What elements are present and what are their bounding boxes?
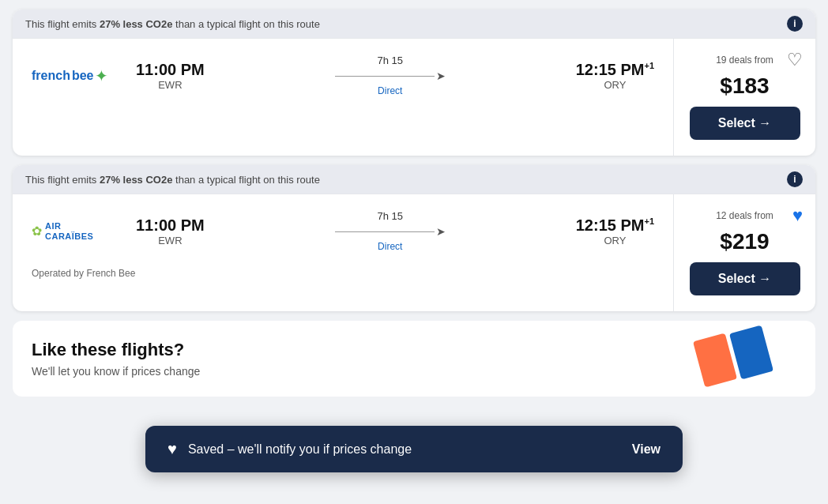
info-icon-2[interactable]: i	[787, 171, 803, 187]
eco-text-1: This flight emits 27% less CO2e than a t…	[25, 18, 320, 30]
leaf-icon: ✿	[32, 224, 42, 239]
price-2: $219	[720, 229, 769, 254]
route-middle-2: 7h 15 ➤ Direct	[217, 210, 563, 252]
flight-card-body-2: ✿ AIR CARAÏBES 11:00 PM EWR	[13, 194, 815, 311]
aircaraibes-logo: ✿ AIR CARAÏBES	[32, 221, 111, 240]
third-section-subtitle: We'll let you know if prices change	[32, 365, 796, 378]
departure-block-1: 11:00 PM EWR	[136, 61, 205, 91]
toast-notification: ♥ Saved – we'll notify you if prices cha…	[145, 426, 683, 472]
flight-card-1: This flight emits 27% less CO2e than a t…	[13, 9, 815, 156]
arrival-time-2: 12:15 PM+1	[576, 216, 654, 235]
price-section-1: ♡ 19 deals from $183 Select →	[673, 39, 815, 156]
operated-by-2: Operated by French Bee	[13, 268, 673, 288]
eco-banner-1: This flight emits 27% less CO2e than a t…	[13, 9, 815, 38]
arrival-block-2: 12:15 PM+1 ORY	[576, 216, 654, 246]
duration-1: 7h 15	[377, 55, 403, 66]
price-section-2: ♥ 12 deals from $219 Select →	[673, 194, 815, 311]
arrow-icon-2: ➤	[436, 225, 446, 238]
save-button-2[interactable]: ♥	[792, 207, 803, 224]
arrival-block-1: 12:15 PM+1 ORY	[576, 61, 654, 91]
departure-time-1: 11:00 PM	[136, 61, 205, 79]
stops-2: Direct	[378, 241, 402, 252]
flight-times-1: 11:00 PM EWR 7h 15 ➤ Direct	[136, 55, 654, 96]
illustration	[698, 329, 768, 384]
airline-logo-1: french bee ✦	[32, 66, 111, 85]
deals-text-2: 12 deals from	[716, 210, 773, 221]
departure-block-2: 11:00 PM EWR	[136, 216, 205, 246]
departure-airport-2: EWR	[136, 235, 205, 246]
eco-banner-2: This flight emits 27% less CO2e than a t…	[13, 165, 815, 194]
airline-logo-2: ✿ AIR CARAÏBES	[32, 221, 111, 240]
card-shape-2	[729, 325, 773, 380]
frenchbee-logo: french bee ✦	[32, 66, 111, 85]
flight-info-1: french bee ✦ 11:00 PM EWR 7h 15	[13, 39, 673, 112]
arrival-time-1: 12:15 PM+1	[576, 61, 654, 79]
third-section-title: Like these flights?	[32, 340, 796, 360]
eco-text-2: This flight emits 27% less CO2e than a t…	[25, 174, 320, 186]
select-button-2[interactable]: Select →	[690, 262, 800, 295]
route-line-2: ➤	[335, 225, 446, 238]
info-icon-1[interactable]: i	[787, 16, 803, 32]
flight-times-2: 11:00 PM EWR 7h 15 ➤ Direct	[136, 210, 654, 252]
flight-card-2: This flight emits 27% less CO2e than a t…	[13, 165, 815, 311]
arrival-airport-1: ORY	[576, 79, 654, 91]
arrow-icon-1: ➤	[436, 70, 446, 82]
stops-1: Direct	[378, 85, 402, 96]
price-1: $183	[720, 73, 769, 99]
flight-info-2: ✿ AIR CARAÏBES 11:00 PM EWR	[13, 194, 673, 268]
third-section: Like these flights? We'll let you know i…	[13, 321, 815, 397]
toast-heart-icon: ♥	[167, 440, 177, 458]
route-middle-1: 7h 15 ➤ Direct	[217, 55, 563, 96]
save-button-1[interactable]: ♡	[787, 51, 803, 69]
route-line-1: ➤	[335, 70, 446, 82]
departure-time-2: 11:00 PM	[136, 216, 205, 235]
duration-2: 7h 15	[377, 210, 403, 222]
heart-filled-icon-2: ♥	[792, 205, 803, 225]
flight-card-body-1: french bee ✦ 11:00 PM EWR 7h 15	[13, 38, 815, 156]
toast-view-button[interactable]: View	[632, 442, 661, 457]
heart-outline-icon-1: ♡	[787, 50, 803, 70]
arrival-airport-2: ORY	[576, 235, 654, 246]
toast-text: Saved – we'll notify you if prices chang…	[188, 442, 621, 457]
departure-airport-1: EWR	[136, 79, 205, 91]
deals-text-1: 19 deals from	[716, 55, 773, 66]
select-button-1[interactable]: Select →	[690, 107, 800, 140]
